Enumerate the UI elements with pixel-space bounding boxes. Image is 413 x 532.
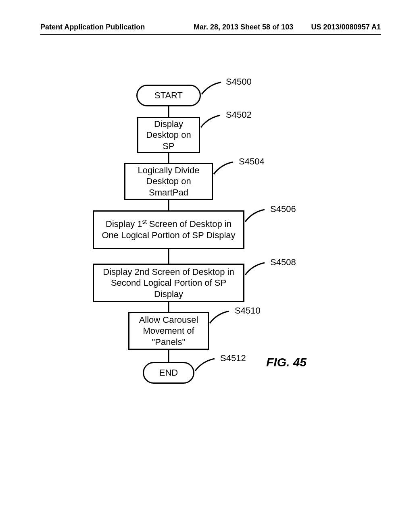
node-end-label: END [159, 367, 178, 378]
ref-s4504: S4504 [239, 156, 265, 167]
connector-4 [168, 302, 169, 312]
ref-s4506: S4506 [270, 204, 296, 214]
connector-1 [168, 153, 169, 163]
leader-s4500 [201, 81, 225, 97]
node-start: START [136, 85, 201, 106]
leader-s4508 [244, 261, 269, 277]
page: Patent Application Publication Mar. 28, … [0, 0, 413, 532]
node-logically-divide: Logically Divide Desktop on SmartPad [124, 163, 213, 200]
node-carousel: Allow Carousel Movement of "Panels" [128, 312, 209, 350]
node-display-2nd-screen-label: Display 2nd Screen of Desktop in Second … [98, 266, 239, 300]
page-header: Patent Application Publication Mar. 28, … [40, 32, 381, 35]
ref-s4510: S4510 [235, 305, 261, 316]
node-logically-divide-label: Logically Divide Desktop on SmartPad [129, 165, 208, 198]
connector-2 [168, 200, 169, 210]
ref-s4512: S4512 [220, 353, 246, 364]
ref-s4500: S4500 [226, 77, 252, 87]
node-display-1st-screen: Display 1st Screen of Desktop in One Log… [93, 210, 244, 249]
node-display-2nd-screen: Display 2nd Screen of Desktop in Second … [93, 264, 244, 302]
node-display-desktop: Display Desktop on SP [137, 117, 200, 153]
connector-3 [168, 249, 169, 264]
ref-s4502: S4502 [226, 110, 252, 120]
header-center: Mar. 28, 2013 Sheet 58 of 103 [194, 23, 293, 31]
figure-label: FIG. 45 [266, 355, 307, 369]
node-end: END [143, 362, 194, 384]
leader-s4510 [209, 310, 233, 326]
header-left: Patent Application Publication [40, 23, 145, 31]
header-right: US 2013/0080957 A1 [311, 23, 381, 31]
node-display-1st-screen-label: Display 1st Screen of Desktop in One Log… [98, 218, 239, 241]
node-start-label: START [154, 90, 183, 101]
connector-0 [168, 106, 169, 117]
leader-s4506 [244, 208, 269, 224]
ref-s4508: S4508 [270, 257, 296, 268]
node-carousel-label: Allow Carousel Movement of "Panels" [133, 314, 204, 348]
leader-s4512 [194, 357, 219, 373]
leader-s4502 [200, 114, 224, 130]
connector-5 [168, 350, 169, 362]
leader-s4504 [213, 160, 237, 177]
node-display-desktop-label: Display Desktop on SP [142, 118, 195, 152]
